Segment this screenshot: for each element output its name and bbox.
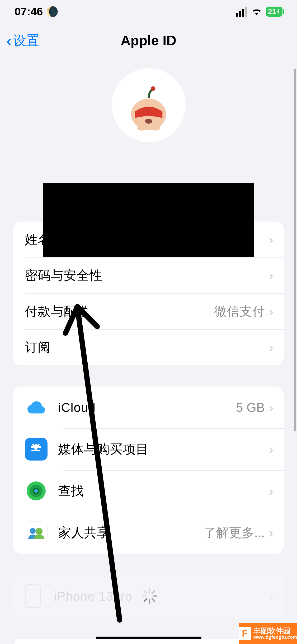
watermark: F 丰图软件园 www.dgfengtu.com: [239, 623, 297, 644]
home-indicator[interactable]: [96, 637, 201, 639]
devices-group: iPhone 13pro ›: [13, 575, 284, 618]
iphone-device-icon: [25, 584, 41, 608]
status-time: 07:46: [15, 5, 43, 18]
svg-point-8: [34, 489, 38, 493]
row-label: 家人共享: [58, 524, 204, 541]
svg-point-10: [36, 528, 43, 535]
account-details-group: 姓名、电话号码、电子邮件 › 密码与安全性 › 付款与配送 微信支付 › 订阅 …: [13, 222, 284, 365]
row-value: 5 GB: [236, 400, 265, 415]
back-label: 设置: [13, 32, 39, 49]
row-media-purchases[interactable]: 媒体与购买项目 ›: [13, 428, 284, 470]
watermark-url: www.dgfengtu.com: [253, 635, 297, 640]
chevron-right-icon: ›: [269, 589, 273, 604]
chevron-right-icon: ›: [269, 400, 273, 415]
chevron-right-icon: ›: [269, 442, 273, 457]
row-label: 订阅: [25, 339, 269, 356]
row-label: 媒体与购买项目: [58, 441, 269, 458]
svg-point-9: [30, 528, 36, 534]
device-name: iPhone 13pro: [54, 589, 269, 604]
row-password-security[interactable]: 密码与安全性 ›: [13, 257, 284, 293]
family-sharing-icon: [25, 521, 48, 544]
scrollbar[interactable]: [294, 69, 296, 431]
cellular-signal-icon: [236, 7, 247, 17]
row-find[interactable]: 查找 ›: [13, 470, 284, 512]
status-bar: 07:46 🌘 21: [0, 0, 297, 23]
row-value: 了解更多...: [204, 524, 265, 541]
appstore-icon: [25, 438, 48, 461]
chevron-right-icon: ›: [269, 484, 273, 498]
chevron-right-icon: ›: [269, 304, 273, 319]
chevron-right-icon: ›: [269, 340, 273, 355]
dnd-moon-icon: 🌘: [46, 6, 58, 17]
svg-point-1: [151, 86, 155, 91]
loading-spinner-icon: [141, 588, 157, 604]
row-label: 姓名、电话号码、电子邮件: [25, 231, 269, 248]
avatar-cartoon-icon: [124, 84, 174, 134]
row-label: iCloud: [58, 400, 236, 415]
watermark-badge-icon: F: [239, 627, 251, 640]
battery-icon: 21: [266, 7, 282, 17]
services-group: iCloud 5 GB › 媒体与购买项目 › 查找 › 家人共享 了解更多..…: [13, 387, 284, 554]
watermark-title: 丰图软件园: [253, 627, 297, 635]
row-subscriptions[interactable]: 订阅 ›: [13, 329, 284, 365]
page-title: Apple ID: [8, 33, 289, 48]
back-button[interactable]: ‹ 设置: [6, 31, 39, 50]
profile-header: [0, 58, 297, 142]
wifi-icon: [251, 5, 262, 18]
icloud-icon: [25, 396, 48, 419]
findmy-icon: [25, 480, 48, 502]
row-payment-shipping[interactable]: 付款与配送 微信支付 ›: [13, 293, 284, 329]
svg-point-2: [145, 119, 152, 124]
nav-bar: ‹ 设置 Apple ID: [0, 23, 297, 58]
row-value: 微信支付: [214, 303, 265, 320]
chevron-right-icon: ›: [269, 232, 273, 247]
svg-point-3: [137, 126, 146, 131]
chevron-right-icon: ›: [269, 268, 273, 283]
row-label: 查找: [58, 482, 269, 499]
row-label: 付款与配送: [25, 303, 214, 320]
svg-point-4: [151, 126, 160, 131]
row-icloud[interactable]: iCloud 5 GB ›: [13, 387, 284, 428]
row-family-sharing[interactable]: 家人共享 了解更多... ›: [13, 512, 284, 554]
chevron-right-icon: ›: [269, 526, 273, 540]
chevron-left-icon: ‹: [6, 31, 12, 50]
avatar[interactable]: [112, 68, 186, 142]
row-name-phone-email[interactable]: 姓名、电话号码、电子邮件 ›: [13, 222, 284, 257]
row-label: 密码与安全性: [25, 267, 269, 284]
